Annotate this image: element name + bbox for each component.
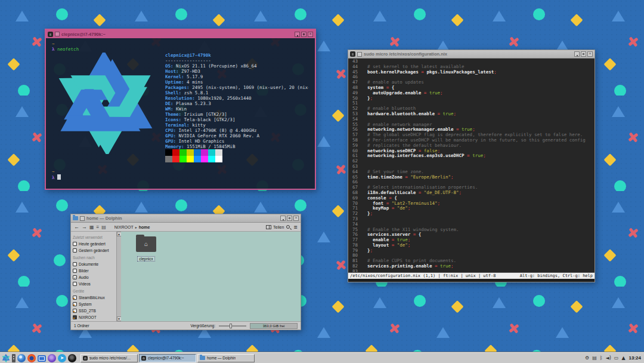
sidebar-item-system[interactable]: System (73, 301, 115, 307)
close-button[interactable] (587, 51, 593, 57)
terminal-titlebar[interactable]: clepnicx@i7-4790k:~ (46, 30, 315, 38)
editor-text-area[interactable]: 4344 # set kernel to the latest availabl… (348, 59, 595, 272)
steam-icon[interactable] (68, 354, 76, 362)
places-section-header: Zuletzt verwendet (73, 235, 115, 239)
kitty-icon (83, 356, 88, 361)
terminal-color-palette (165, 156, 309, 162)
dolphin-window-menu-button[interactable] (80, 216, 85, 221)
task-button-label: clepnicx@i7-4790k:~ (148, 356, 184, 360)
dolphin-titlebar[interactable]: home — Dolphin (71, 214, 301, 223)
sidebar-item-heute-ge-ndert[interactable]: Heute geändert (73, 241, 115, 247)
close-button[interactable] (308, 32, 313, 37)
neofetch-field: Packages: 2495 (nix-system), 1069 (nix-u… (165, 85, 309, 90)
breadcrumb-separator-icon: ▸ (135, 225, 137, 229)
details-view-button[interactable]: ▤ (101, 224, 106, 230)
task-button[interactable]: sudo micro /etc/nixos/… (80, 354, 138, 362)
sidebar-item-steambiblinux[interactable]: SteamBibLinux (73, 294, 115, 301)
folder-count: 1 Ordner (74, 324, 89, 328)
neofetch-field-value: 2495 (nix-system), 1069 (nix-user), 20 (… (190, 85, 309, 90)
palette-swatch (194, 149, 201, 156)
clipboard-icon[interactable]: ▤ (592, 355, 597, 361)
sidebar-item-ssd-2tb[interactable]: SSD_2TB (73, 307, 115, 314)
neofetch-field: GPU: NVIDIA GeForce RTX 2060 Rev. A (165, 133, 309, 139)
search-button[interactable] (286, 225, 291, 229)
zoom-slider-handle[interactable] (230, 324, 232, 328)
sidebar-scrollbar[interactable]: ▲ ▼ (116, 232, 121, 321)
sidebar-item-gestern-ge-ndert[interactable]: Gestern geändert (73, 247, 115, 254)
sidebar-item-nixroot[interactable]: NIXROOT (73, 314, 115, 321)
terminal-window-menu-button[interactable] (55, 32, 60, 36)
neofetch-field-label: Kernel: (165, 74, 184, 79)
back-button[interactable]: ← (74, 224, 79, 230)
hamburger-menu-button[interactable]: ≣ (293, 224, 298, 230)
neofetch-field: DE: Plasma 5.23.3 (165, 101, 309, 106)
palette-swatch (208, 149, 215, 156)
editor-line: 72 }; (348, 211, 595, 217)
neofetch-field-label: Packages: (165, 85, 190, 90)
maximize-button[interactable] (287, 216, 292, 221)
telegram-icon[interactable]: ➤ (58, 354, 66, 362)
terminal-content[interactable]: ~ λ neofetch clepnicx@i7-4790k ---------… (46, 38, 315, 189)
folder-view[interactable]: clepnicx (121, 232, 301, 321)
editor-titlebar[interactable]: sudo micro /etc/nixos/configuration.nix (348, 50, 595, 59)
expand-icon[interactable]: ▲ (621, 355, 625, 361)
mail-icon[interactable] (38, 355, 46, 362)
pager-icon[interactable] (12, 354, 16, 362)
minimize-button[interactable] (280, 216, 286, 221)
breadcrumb-current[interactable]: home (139, 225, 150, 229)
compact-view-button[interactable]: ≡ (97, 224, 100, 230)
palette-swatch (194, 156, 201, 162)
bluetooth-icon[interactable]: ᛒ (600, 355, 603, 361)
terminal-color-palette (165, 149, 309, 156)
firefox-icon[interactable] (27, 354, 36, 362)
maximize-button[interactable] (301, 32, 306, 37)
sidebar-item-dokumente[interactable]: Dokumente (73, 261, 115, 267)
video-icon (73, 282, 77, 286)
close-button[interactable] (293, 216, 299, 221)
folder-item[interactable]: clepnicx (133, 236, 159, 263)
updates-icon[interactable]: ⚙ (585, 355, 589, 361)
sidebar-item-bilder[interactable]: Bilder (73, 267, 115, 274)
nixos-logo (52, 53, 159, 154)
neofetch-field: Terminal: kitty (165, 122, 309, 128)
neofetch-field-label: Uptime: (165, 79, 184, 85)
neofetch-field: OS: NixOS 21.11 (Porcupine) x86_64 (165, 63, 309, 69)
clock[interactable]: 13:24 (629, 355, 641, 361)
sidebar-item-audio[interactable]: ♪Audio (73, 274, 115, 281)
neofetch-separator: ----------------- (165, 58, 309, 63)
nix-menu-icon[interactable] (2, 354, 10, 362)
forward-button[interactable]: → (82, 224, 87, 230)
editor-line-text: }; (362, 248, 373, 254)
calendar-icon (73, 248, 77, 253)
neofetch-field-value: NixOS 21.11 (Porcupine) x86_64 (174, 63, 257, 69)
dolphin-title: home — Dolphin (86, 216, 278, 221)
editor-line-text: }; (362, 96, 373, 101)
sidebar-item-videos[interactable]: Videos (73, 281, 115, 287)
palette-swatch (215, 149, 222, 156)
sidebar-item-label: Dokumente (79, 262, 98, 266)
minimize-button[interactable] (574, 51, 580, 57)
task-button[interactable]: clepnicx@i7-4790k:~ (139, 354, 196, 362)
editor-line-text: boot.kernelPackages = pkgs.linuxPackages… (362, 70, 497, 75)
dolphin-statusbar: 1 Ordner Vergrößerung: 363,0 GiB frei (71, 321, 301, 330)
minimize-button[interactable] (295, 32, 300, 37)
zoom-slider[interactable] (219, 325, 246, 327)
places-panel: Zuletzt verwendetHeute geändertGestern g… (71, 232, 116, 321)
maximize-button[interactable] (581, 51, 586, 57)
task-button[interactable]: home — Dolphin (197, 354, 255, 362)
palette-swatch (172, 156, 179, 162)
breadcrumb[interactable]: NIXROOT ▸ home (114, 225, 264, 229)
editor-window-menu-button[interactable] (357, 52, 362, 57)
neofetch-field: GPU: Intel HD Graphics (165, 139, 309, 144)
volume-icon[interactable]: ◄) (606, 355, 611, 361)
palette-swatch (208, 156, 215, 162)
icons-view-button[interactable]: ▦ (89, 224, 94, 230)
display-icon[interactable]: ▭ (614, 355, 619, 361)
sidebar-item-label: Audio (79, 275, 89, 279)
split-view-button[interactable]: Teilen (266, 225, 284, 229)
browser-icon[interactable] (17, 354, 26, 362)
breadcrumb-root[interactable]: NIXROOT (114, 225, 134, 229)
chat-icon[interactable] (48, 354, 56, 362)
prompt-line: ~ (52, 169, 309, 174)
neofetch-field-value: NVIDIA GeForce RTX 2060 Rev. A (176, 133, 259, 139)
